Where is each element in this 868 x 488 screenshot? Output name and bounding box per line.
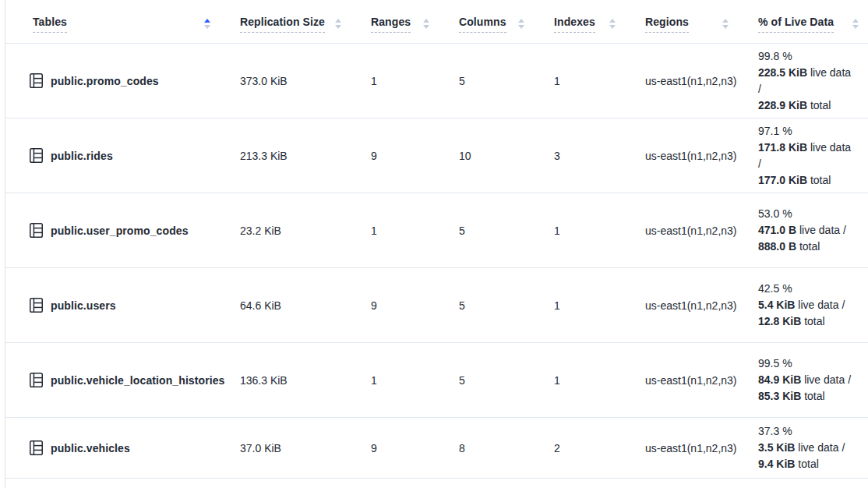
- live-data-cell: 99.5 % 84.9 KiB live data / 85.3 KiB tot…: [758, 355, 868, 405]
- sort-control[interactable]: [722, 19, 729, 29]
- column-header-label[interactable]: % of Live Data: [758, 16, 834, 33]
- sort-desc-caret-icon: [852, 25, 859, 29]
- table-name-cell[interactable]: public.vehicles: [30, 440, 240, 455]
- replication-size-cell: 64.6 KiB: [240, 299, 371, 312]
- sort-asc-caret-icon: [609, 19, 616, 23]
- indexes-cell: 2: [554, 442, 645, 454]
- live-data-percent: 37.3 %: [758, 423, 852, 440]
- sort-desc-caret-icon: [335, 25, 341, 29]
- live-data-percent: 42.5 %: [758, 281, 852, 297]
- regions-cell: us-east1(n1,n2,n3): [645, 299, 758, 312]
- column-header[interactable]: Replication Size: [240, 16, 371, 33]
- live-data-size: 84.9 KiB live data /: [758, 372, 852, 388]
- sort-asc-caret-icon: [722, 19, 729, 23]
- columns-cell: 5: [459, 374, 554, 387]
- table-row[interactable]: public.promo_codes 373.0 KiB 1 5 1 us-ea…: [5, 44, 868, 118]
- column-header[interactable]: Columns: [459, 16, 554, 33]
- live-data-size: 228.5 KiB live data /: [758, 65, 852, 97]
- table-name-link[interactable]: public.vehicles: [51, 442, 130, 454]
- sort-control[interactable]: [609, 19, 616, 29]
- ranges-cell: 1: [371, 225, 459, 237]
- sort-asc-caret-icon: [852, 19, 859, 23]
- replication-size-cell: 373.0 KiB: [240, 75, 371, 87]
- table-row[interactable]: public.user_promo_codes 23.2 KiB 1 5 1 u…: [5, 193, 868, 268]
- sort-asc-caret-icon: [423, 19, 429, 23]
- sort-desc-caret-icon: [423, 25, 429, 29]
- ranges-cell: 9: [371, 150, 459, 162]
- live-data-percent: 99.5 %: [758, 355, 852, 372]
- live-data-size: 171.8 KiB live data /: [758, 140, 852, 172]
- regions-cell: us-east1(n1,n2,n3): [645, 442, 758, 454]
- table-name-link[interactable]: public.user_promo_codes: [51, 225, 189, 237]
- ranges-cell: 1: [371, 374, 459, 387]
- live-data-cell: 42.5 % 5.4 KiB live data / 12.8 KiB tota…: [758, 281, 868, 330]
- sort-asc-caret-icon: [518, 19, 524, 23]
- total-data-size: 85.3 KiB total: [758, 388, 852, 405]
- table-name-cell[interactable]: public.users: [30, 298, 240, 313]
- indexes-cell: 1: [554, 75, 645, 87]
- column-header[interactable]: % of Live Data: [758, 16, 868, 33]
- table-name-cell[interactable]: public.promo_codes: [30, 73, 240, 88]
- column-header-label[interactable]: Ranges: [371, 16, 411, 33]
- table-name-link[interactable]: public.users: [51, 299, 116, 312]
- sort-desc-caret-icon: [609, 25, 616, 29]
- table-row[interactable]: public.rides 213.3 KiB 9 10 3 us-east1(n…: [5, 118, 868, 193]
- sort-control[interactable]: [518, 19, 524, 29]
- column-header-label[interactable]: Replication Size: [240, 16, 325, 33]
- replication-size-cell: 23.2 KiB: [240, 225, 371, 237]
- ranges-cell: 1: [371, 75, 459, 87]
- table-icon: [30, 148, 43, 163]
- table-name-cell[interactable]: public.vehicle_location_histories: [30, 373, 240, 387]
- live-data-size: 5.4 KiB live data /: [758, 297, 852, 313]
- total-data-size: 9.4 KiB total: [758, 456, 852, 472]
- replication-size-cell: 213.3 KiB: [240, 150, 371, 162]
- sort-control[interactable]: [204, 19, 210, 29]
- live-data-cell: 53.0 % 471.0 B live data / 888.0 B total: [758, 206, 868, 255]
- live-data-cell: 37.3 % 3.5 KiB live data / 9.4 KiB total: [758, 423, 868, 472]
- table-name-cell[interactable]: public.rides: [30, 148, 240, 163]
- table-name-link[interactable]: public.rides: [51, 150, 113, 162]
- table-icon: [30, 298, 43, 313]
- column-header-label[interactable]: Regions: [645, 16, 689, 33]
- sort-desc-caret-icon: [204, 25, 210, 29]
- regions-cell: us-east1(n1,n2,n3): [645, 225, 758, 237]
- table-name-link[interactable]: public.promo_codes: [51, 75, 159, 87]
- table-body: public.promo_codes 373.0 KiB 1 5 1 us-ea…: [5, 44, 868, 479]
- tables-page: Tables Replication Size Ranges Columns I…: [5, 0, 868, 488]
- column-header-label[interactable]: Columns: [459, 16, 506, 33]
- replication-size-cell: 37.0 KiB: [240, 442, 371, 454]
- table-icon: [30, 440, 43, 455]
- sort-control[interactable]: [423, 19, 429, 29]
- sort-asc-caret-icon: [335, 19, 341, 23]
- regions-cell: us-east1(n1,n2,n3): [645, 374, 758, 387]
- table-name-cell[interactable]: public.user_promo_codes: [30, 223, 240, 238]
- columns-cell: 8: [459, 442, 554, 454]
- column-header[interactable]: Regions: [645, 16, 758, 33]
- live-data-percent: 99.8 %: [758, 48, 852, 65]
- total-data-size: 12.8 KiB total: [758, 313, 852, 330]
- column-header-label[interactable]: Tables: [33, 16, 67, 33]
- column-header[interactable]: Indexes: [554, 16, 645, 33]
- indexes-cell: 1: [554, 225, 645, 237]
- sort-control[interactable]: [335, 19, 341, 29]
- live-data-size: 3.5 KiB live data /: [758, 440, 852, 456]
- table-row[interactable]: public.vehicle_location_histories 136.3 …: [5, 343, 868, 418]
- ranges-cell: 9: [371, 299, 459, 312]
- live-data-size: 471.0 B live data /: [758, 222, 852, 239]
- regions-cell: us-east1(n1,n2,n3): [645, 150, 758, 162]
- sort-desc-caret-icon: [722, 25, 729, 29]
- column-header-label[interactable]: Indexes: [554, 16, 595, 33]
- table-row[interactable]: public.users 64.6 KiB 9 5 1 us-east1(n1,…: [5, 268, 868, 343]
- column-header[interactable]: Ranges: [371, 16, 459, 33]
- table-row[interactable]: public.vehicles 37.0 KiB 9 8 2 us-east1(…: [5, 418, 868, 479]
- ranges-cell: 9: [371, 442, 459, 454]
- column-header[interactable]: Tables: [33, 16, 240, 33]
- columns-cell: 10: [459, 150, 554, 162]
- table-icon: [30, 373, 43, 387]
- total-data-size: 888.0 B total: [758, 239, 852, 255]
- sort-control[interactable]: [852, 19, 859, 29]
- table-name-link[interactable]: public.vehicle_location_histories: [51, 374, 224, 387]
- table-header: Tables Replication Size Ranges Columns I…: [5, 0, 868, 44]
- table-icon: [30, 73, 43, 88]
- live-data-percent: 53.0 %: [758, 206, 852, 222]
